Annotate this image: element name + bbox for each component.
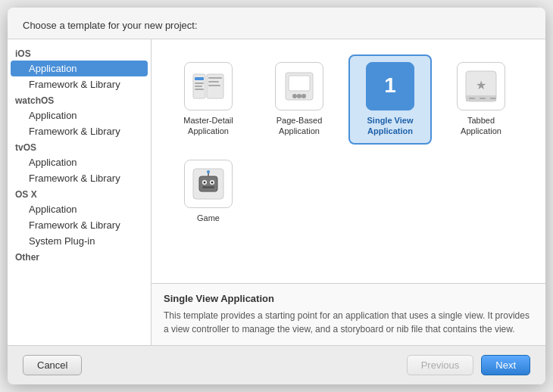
dialog-body: iOS Application Framework & Library watc… xyxy=(8,39,545,345)
svg-rect-6 xyxy=(208,77,222,79)
svg-point-11 xyxy=(292,94,297,98)
svg-rect-5 xyxy=(195,89,204,90)
svg-rect-22 xyxy=(490,98,496,99)
template-icon-game xyxy=(184,160,233,208)
template-icon-page-based xyxy=(275,62,323,110)
template-master-detail[interactable]: Master-DetailApplication xyxy=(167,54,250,145)
svg-rect-29 xyxy=(202,186,214,188)
svg-point-28 xyxy=(211,181,214,183)
sidebar-item-tvos-application[interactable]: Application xyxy=(11,154,148,170)
svg-rect-3 xyxy=(195,82,204,84)
sidebar-section-tvos: tvOS xyxy=(8,139,151,154)
description-area: Single View Application This template pr… xyxy=(152,283,545,345)
svg-point-12 xyxy=(297,94,301,98)
sidebar-section-other: Other xyxy=(8,249,151,264)
description-title: Single View Application xyxy=(164,293,533,304)
dialog-footer: Cancel Previous Next xyxy=(8,345,545,384)
template-tabbed[interactable]: ★ TabbedApplication xyxy=(439,54,523,145)
sidebar-item-osx-application[interactable]: Application xyxy=(11,201,148,217)
template-game[interactable]: Game xyxy=(167,152,250,231)
svg-point-13 xyxy=(301,94,306,98)
svg-rect-21 xyxy=(480,98,486,99)
sidebar-item-ios-framework[interactable]: Framework & Library xyxy=(11,76,148,92)
svg-rect-4 xyxy=(195,86,202,87)
template-icon-tabbed: ★ xyxy=(457,62,505,110)
template-single-view[interactable]: 1 Single ViewApplication xyxy=(348,54,432,145)
template-label-game: Game xyxy=(197,213,220,223)
svg-point-31 xyxy=(207,170,210,173)
svg-rect-7 xyxy=(208,81,219,82)
template-page-based[interactable]: Page-BasedApplication xyxy=(258,54,341,145)
svg-rect-24 xyxy=(199,176,217,191)
dialog-header: Choose a template for your new project: xyxy=(8,8,545,39)
template-label-master-detail: Master-DetailApplication xyxy=(183,115,233,137)
svg-rect-2 xyxy=(195,77,204,80)
svg-rect-8 xyxy=(208,85,220,86)
sidebar-item-osx-plugin[interactable]: System Plug-in xyxy=(11,233,148,249)
template-icon-single-view: 1 xyxy=(366,62,414,110)
cancel-button[interactable]: Cancel xyxy=(23,355,82,375)
template-label-single-view: Single ViewApplication xyxy=(367,115,414,137)
template-icon-master-detail xyxy=(184,62,233,110)
sidebar-item-osx-framework[interactable]: Framework & Library xyxy=(11,217,148,233)
footer-nav-buttons: Previous Next xyxy=(407,355,530,375)
next-button[interactable]: Next xyxy=(481,355,530,375)
template-label-tabbed: TabbedApplication xyxy=(461,115,501,137)
sidebar-item-tvos-framework[interactable]: Framework & Library xyxy=(11,170,148,186)
sidebar-item-watchos-framework[interactable]: Framework & Library xyxy=(11,123,148,139)
main-content: Master-DetailApplication Page-BasedAppl xyxy=(152,39,545,345)
description-text: This template provides a starting point … xyxy=(164,309,533,336)
sidebar-section-watchos: watchOS xyxy=(8,92,151,107)
sidebar: iOS Application Framework & Library watc… xyxy=(8,39,152,345)
dialog-header-text: Choose a template for your new project: xyxy=(23,20,198,31)
previous-button[interactable]: Previous xyxy=(407,355,474,375)
svg-text:1: 1 xyxy=(384,73,396,97)
sidebar-section-osx: OS X xyxy=(8,186,151,201)
svg-rect-20 xyxy=(469,98,475,99)
svg-point-27 xyxy=(204,181,206,183)
svg-text:★: ★ xyxy=(476,79,486,92)
dialog: Choose a template for your new project: … xyxy=(8,8,545,384)
sidebar-item-ios-application[interactable]: Application xyxy=(11,61,148,76)
template-label-page-based: Page-BasedApplication xyxy=(276,115,323,137)
sidebar-item-watchos-application[interactable]: Application xyxy=(11,107,148,123)
svg-rect-10 xyxy=(289,76,310,91)
template-grid: Master-DetailApplication Page-BasedAppl xyxy=(152,39,545,283)
sidebar-section-ios: iOS xyxy=(8,45,151,61)
